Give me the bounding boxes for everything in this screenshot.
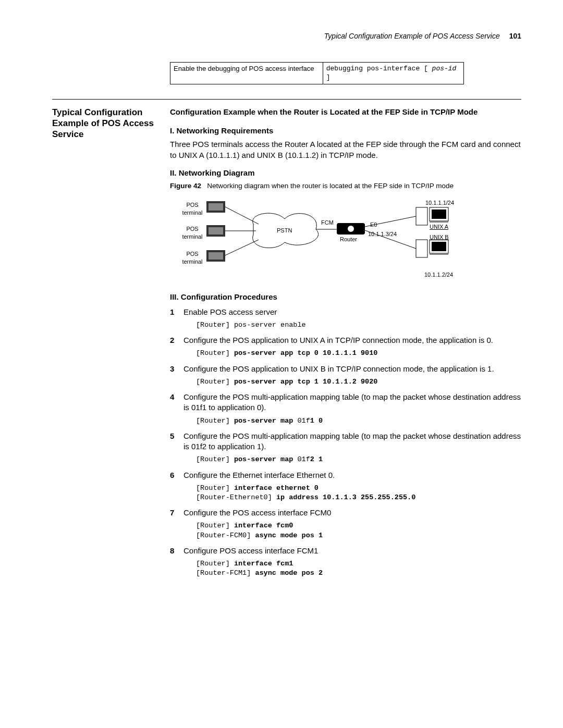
- command-table: Enable the debugging of POS access inter…: [170, 62, 464, 84]
- step-3-code: [Router] pos-server app tcp 1 10.1.1.2 9…: [183, 377, 521, 387]
- unixb-ip-label: 10.1.1.2/24: [424, 271, 453, 279]
- step-7: Configure the POS access interface FCM0 …: [170, 508, 521, 540]
- diagram-svg: [170, 198, 462, 287]
- table-desc: Enable the debugging of POS access inter…: [170, 62, 323, 84]
- router-label: Router: [340, 236, 357, 243]
- network-diagram: POS terminal POS terminal POS terminal P…: [170, 198, 462, 287]
- svg-point-7: [348, 226, 354, 232]
- unixa-ip-label: 10.1.1.1/24: [425, 199, 454, 207]
- figure-caption: Figure 42 Networking diagram when the ro…: [170, 181, 521, 191]
- step-5-code: [Router] pos-server map 01f2 1: [183, 455, 521, 464]
- svg-rect-14: [432, 242, 446, 251]
- req-heading: I. Networking Requirements: [170, 126, 521, 136]
- pos-label-1: POS terminal: [179, 201, 205, 217]
- svg-rect-5: [209, 252, 223, 260]
- step-3: Configure the POS application to UNIX B …: [170, 364, 521, 387]
- running-title: Typical Configuration Example of POS Acc…: [324, 32, 500, 40]
- pstn-label: PSTN: [277, 227, 292, 235]
- fcm-label: FCM: [321, 219, 334, 227]
- svg-rect-3: [209, 227, 223, 235]
- svg-rect-1: [209, 203, 223, 211]
- step-6-code: [Router] interface ethernet 0 [Router-Et…: [183, 484, 521, 502]
- table-cmd: debugging pos-interface [ pos-id ]: [323, 62, 463, 84]
- svg-rect-8: [416, 207, 427, 225]
- step-4: Configure the POS multi-application mapp…: [170, 392, 521, 426]
- section-rule: [52, 99, 521, 100]
- pos-label-3: POS terminal: [179, 250, 205, 266]
- step-5: Configure the POS multi-application mapp…: [170, 431, 521, 465]
- step-2-code: [Router] pos-server app tcp 0 10.1.1.1 9…: [183, 349, 521, 358]
- running-head: Typical Configuration Example of POS Acc…: [52, 31, 521, 41]
- e0-ip-label: 10.1.1.3/24: [368, 230, 397, 238]
- svg-rect-12: [416, 240, 427, 257]
- step-4-code: [Router] pos-server map 01f1 0: [183, 416, 521, 426]
- side-heading: Typical Configuration Example of POS Acc…: [52, 107, 162, 140]
- e0-label: E0: [370, 221, 377, 229]
- step-2: Configure the POS application to UNIX A …: [170, 335, 521, 358]
- step-8: Configure POS access interface FCM1 [Rou…: [170, 546, 521, 578]
- proc-heading: III. Configuration Procedures: [170, 292, 521, 302]
- step-7-code: [Router] interface fcm0 [Router-FCM0] as…: [183, 521, 521, 540]
- req-body: Three POS terminals access the Router A …: [170, 139, 521, 161]
- step-8-code: [Router] interface fcm1 [Router-FCM1] as…: [183, 559, 521, 578]
- diagram-heading: II. Networking Diagram: [170, 168, 521, 178]
- pos-label-2: POS terminal: [179, 225, 205, 241]
- section-title: Configuration Example when the Router is…: [170, 107, 521, 117]
- step-1-code: [Router] pos-server enable: [183, 320, 521, 330]
- procedure-list: Enable POS access server [Router] pos-se…: [170, 307, 521, 578]
- svg-line-16: [225, 207, 259, 224]
- unixb-label: UNIX B: [430, 233, 449, 241]
- step-1: Enable POS access server [Router] pos-se…: [170, 307, 521, 330]
- svg-rect-10: [432, 209, 446, 219]
- step-6: Configure the Ethernet interface Etherne…: [170, 470, 521, 503]
- unixa-label: UNIX A: [430, 223, 448, 231]
- svg-line-18: [225, 240, 259, 255]
- page-number: 101: [509, 32, 521, 40]
